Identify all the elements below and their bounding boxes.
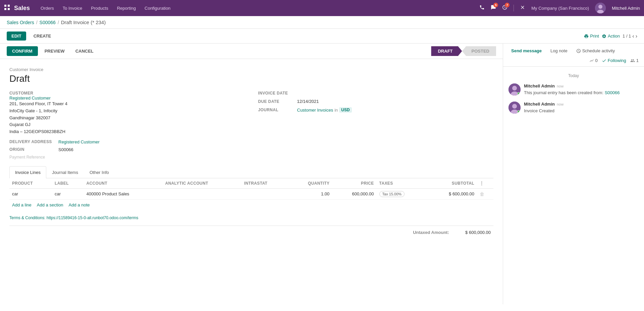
prev-page-button[interactable]: ‹ bbox=[632, 33, 634, 39]
customer-name[interactable]: Registered Customer bbox=[9, 96, 245, 101]
column-options-icon[interactable]: ⋮ bbox=[480, 181, 484, 186]
cancel-action-button[interactable]: CANCEL bbox=[71, 46, 98, 56]
schedule-label: Schedule activity bbox=[582, 48, 615, 53]
msg-link[interactable]: S00066 bbox=[605, 90, 620, 95]
row-delete[interactable]: 🗑 bbox=[477, 188, 493, 199]
members-count[interactable]: 1 bbox=[630, 58, 639, 63]
currency-badge[interactable]: USD bbox=[339, 107, 352, 113]
row-subtotal: $ 600,000.00 bbox=[427, 188, 477, 199]
page-info: 1 / 1 bbox=[623, 34, 631, 39]
edit-button[interactable]: EDIT bbox=[7, 32, 26, 41]
action-button[interactable]: Action bbox=[602, 34, 620, 39]
tab-other-info[interactable]: Other Info bbox=[84, 166, 115, 178]
breadcrumb: Sales Orders / S00066 / Draft Invoice (*… bbox=[0, 16, 644, 29]
customer-field: Customer Registered Customer 201, Second… bbox=[9, 91, 245, 135]
add-note-link[interactable]: Add a note bbox=[69, 202, 90, 207]
tab-invoice-lines[interactable]: Invoice Lines bbox=[9, 166, 46, 178]
totals-row: Untaxed Amount: $ 600,000.00 bbox=[9, 226, 493, 239]
col-price: Price bbox=[332, 178, 376, 189]
online-indicator bbox=[517, 92, 520, 95]
nav-configuration[interactable]: Configuration bbox=[141, 4, 174, 13]
svg-point-11 bbox=[512, 104, 517, 109]
col-product: Product bbox=[9, 178, 52, 189]
chat-icon[interactable]: 5 bbox=[491, 5, 496, 11]
action-bar: CONFIRM PREVIEW CANCEL DRAFT POSTED bbox=[0, 44, 503, 59]
row-account[interactable]: 400000 Product Sales bbox=[84, 188, 162, 199]
add-section-link[interactable]: Add a section bbox=[37, 202, 63, 207]
col-analytic: Analytic Account bbox=[162, 178, 241, 189]
delete-row-icon[interactable]: 🗑 bbox=[480, 191, 484, 197]
status-pipeline: DRAFT POSTED bbox=[431, 46, 496, 56]
following-button[interactable]: Following bbox=[602, 58, 626, 63]
action-label: Action bbox=[608, 34, 620, 39]
msg-author: Mitchell Admin bbox=[524, 102, 555, 107]
journal-name[interactable]: Customer Invoices bbox=[297, 108, 333, 113]
send-message-button[interactable]: Send message bbox=[508, 47, 544, 55]
print-button[interactable]: Print bbox=[584, 34, 599, 39]
invoice-date-label: Invoice Date bbox=[258, 91, 292, 96]
preview-button[interactable]: PREVIEW bbox=[41, 46, 69, 56]
col-taxes: Taxes bbox=[377, 178, 427, 189]
toolbar: EDIT CREATE Print Action 1 / 1 ‹ › bbox=[0, 29, 644, 44]
payment-reference[interactable]: Payment Reference bbox=[9, 155, 493, 160]
origin-label: Origin bbox=[9, 147, 53, 152]
create-button[interactable]: CREATE bbox=[29, 32, 56, 41]
row-label[interactable]: car bbox=[52, 188, 84, 199]
nav-orders[interactable]: Orders bbox=[37, 4, 57, 13]
breadcrumb-s00066[interactable]: S00066 bbox=[40, 20, 56, 25]
tax-badge[interactable]: Tax 15.00% bbox=[379, 191, 405, 197]
chat-badge: 5 bbox=[493, 3, 498, 7]
phone-icon[interactable] bbox=[479, 5, 485, 11]
nav-products[interactable]: Products bbox=[88, 4, 111, 13]
app-name: Sales bbox=[14, 5, 30, 12]
msg-author: Mitchell Admin bbox=[524, 83, 555, 88]
row-product[interactable]: car bbox=[9, 188, 52, 199]
next-page-button[interactable]: › bbox=[636, 33, 637, 39]
page-navigation: 1 / 1 ‹ › bbox=[623, 33, 637, 39]
timer-icon[interactable]: 7 bbox=[502, 5, 507, 11]
terms-footer[interactable]: Terms & Conditions: https://11589416-15-… bbox=[9, 210, 493, 226]
nav-reporting[interactable]: Reporting bbox=[114, 4, 139, 13]
message-avatar bbox=[508, 83, 521, 96]
row-analytic[interactable] bbox=[162, 188, 241, 199]
row-taxes[interactable]: Tax 15.00% bbox=[377, 188, 427, 199]
row-quantity[interactable]: 1.00 bbox=[288, 188, 332, 199]
date-separator: Today bbox=[508, 73, 639, 78]
delivery-value[interactable]: Registered Customer bbox=[58, 139, 100, 144]
followers-count[interactable]: 0 bbox=[589, 58, 598, 63]
due-date-value[interactable]: 12/14/2021 bbox=[297, 99, 319, 104]
confirm-button[interactable]: CONFIRM bbox=[7, 46, 38, 56]
chatter-body: Today Mitchell Admin now This journal en… bbox=[503, 67, 644, 304]
log-note-button[interactable]: Log note bbox=[548, 47, 570, 55]
left-content: CONFIRM PREVIEW CANCEL DRAFT POSTED Cust… bbox=[0, 44, 503, 304]
journal-label: Journal bbox=[258, 108, 292, 112]
invoice-form: Customer Invoice Draft Customer Register… bbox=[0, 59, 503, 247]
online-indicator bbox=[517, 110, 520, 113]
chatter-panel: Send message Log note Schedule activity … bbox=[503, 44, 644, 304]
breadcrumb-sales-orders[interactable]: Sales Orders bbox=[7, 20, 34, 25]
status-draft[interactable]: DRAFT bbox=[431, 46, 462, 56]
message-avatar bbox=[508, 102, 521, 114]
message-item: Mitchell Admin now Invoice Created bbox=[508, 102, 639, 114]
user-name: Mitchell Admin bbox=[612, 6, 640, 11]
svg-point-8 bbox=[512, 86, 517, 90]
col-actions: ⋮ bbox=[477, 178, 493, 189]
tab-journal-items[interactable]: Journal Items bbox=[46, 166, 84, 178]
col-quantity: Quantity bbox=[288, 178, 332, 189]
invoice-table: Product Label Account Analytic Account I… bbox=[9, 178, 493, 200]
origin-value: S00066 bbox=[58, 147, 73, 152]
row-price[interactable]: 600,000.00 bbox=[332, 188, 376, 199]
user-avatar[interactable] bbox=[595, 3, 606, 13]
breadcrumb-current: Draft Invoice (* 234) bbox=[61, 19, 106, 25]
nav-to-invoice[interactable]: To Invoice bbox=[59, 4, 86, 13]
col-account: Account bbox=[84, 178, 162, 189]
customer-address: 201, Second Floor, IT Tower 4 InfoCity G… bbox=[9, 101, 245, 135]
msg-time: now bbox=[557, 102, 564, 106]
close-icon[interactable] bbox=[520, 5, 525, 11]
row-intrastat[interactable] bbox=[241, 188, 288, 199]
grid-icon[interactable]: ​ bbox=[4, 4, 10, 12]
add-line-link[interactable]: Add a line bbox=[12, 202, 32, 207]
invoice-title: Draft bbox=[9, 73, 493, 84]
schedule-activity-button[interactable]: Schedule activity bbox=[574, 47, 618, 55]
status-posted[interactable]: POSTED bbox=[462, 46, 496, 56]
